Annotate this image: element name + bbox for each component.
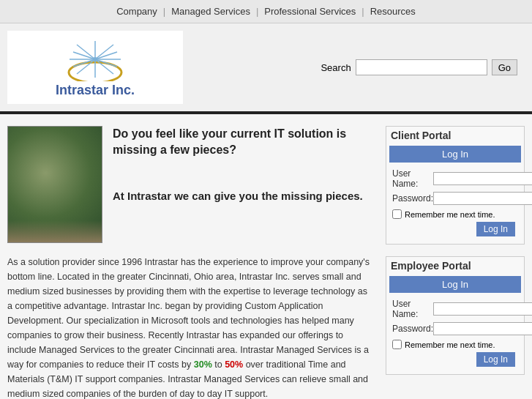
hero-text: Do you feel like your current IT solutio… bbox=[102, 126, 374, 204]
percent-green: 30% bbox=[194, 359, 212, 370]
employee-remember-checkbox[interactable] bbox=[392, 340, 402, 349]
client-username-input[interactable] bbox=[433, 172, 532, 185]
right-sidebar: Client Portal Log In UserName: Password:… bbox=[386, 126, 525, 399]
employee-submit-button[interactable]: Log In bbox=[476, 352, 515, 367]
employee-submit-area: Log In bbox=[392, 352, 518, 370]
search-input[interactable] bbox=[356, 59, 487, 75]
nav-separator-1: | bbox=[163, 6, 165, 17]
employee-remember-row: Remember me next time. bbox=[392, 340, 518, 349]
employee-password-label: Password: bbox=[392, 324, 433, 334]
top-navigation: Company | Managed Services | Professiona… bbox=[0, 0, 532, 23]
employee-portal-login-button[interactable]: Log In bbox=[389, 276, 521, 293]
search-button[interactable]: Go bbox=[492, 59, 517, 75]
site-header: Intrastar Inc. Search Go bbox=[0, 23, 532, 114]
client-username-label: UserName: bbox=[392, 168, 433, 189]
logo-area: Intrastar Inc. bbox=[7, 31, 183, 104]
nav-professional-services[interactable]: Professional Services bbox=[264, 6, 356, 17]
logo-text: Intrastar Inc. bbox=[56, 83, 135, 98]
client-remember-row: Remember me next time. bbox=[392, 209, 518, 219]
client-portal-form: UserName: Password: Remember me next tim… bbox=[386, 167, 524, 244]
main-content: Do you feel like your current IT solutio… bbox=[0, 114, 532, 399]
search-label: Search bbox=[321, 62, 351, 73]
client-submit-button[interactable]: Log In bbox=[476, 222, 515, 236]
hero-headline: Do you feel like your current IT solutio… bbox=[113, 126, 374, 159]
employee-portal-form: UserName: Password: Remember me next tim… bbox=[386, 297, 524, 374]
client-username-row: UserName: bbox=[392, 168, 518, 189]
nav-separator-2: | bbox=[256, 6, 258, 17]
client-password-row: Password: bbox=[392, 192, 518, 205]
client-password-input[interactable] bbox=[433, 192, 532, 205]
client-portal-login-button[interactable]: Log In bbox=[389, 146, 521, 163]
hero-section: Do you feel like your current IT solutio… bbox=[7, 126, 374, 243]
hero-image bbox=[7, 126, 102, 243]
client-remember-label: Remember me next time. bbox=[405, 210, 495, 219]
employee-username-input[interactable] bbox=[433, 302, 532, 316]
nav-separator-3: | bbox=[361, 6, 364, 17]
body-text-to: to bbox=[212, 359, 225, 370]
employee-portal: Employee Portal Log In UserName: Passwor… bbox=[386, 256, 525, 375]
client-remember-checkbox[interactable] bbox=[392, 209, 402, 219]
client-portal: Client Portal Log In UserName: Password:… bbox=[386, 126, 525, 245]
body-text-part1: As a solution provider since 1996 Intras… bbox=[7, 257, 370, 370]
employee-username-row: UserName: bbox=[392, 299, 518, 319]
body-paragraph: As a solution provider since 1996 Intras… bbox=[7, 255, 374, 399]
search-area: Search Go bbox=[321, 59, 517, 75]
svg-point-7 bbox=[93, 57, 97, 61]
hero-subheadline: At Intrastar we can give you the missing… bbox=[113, 188, 374, 204]
client-portal-title: Client Portal bbox=[386, 127, 524, 146]
nav-managed-services[interactable]: Managed Services bbox=[171, 6, 250, 17]
percent-red: 50% bbox=[225, 359, 243, 370]
employee-portal-title: Employee Portal bbox=[386, 257, 524, 276]
employee-password-row: Password: bbox=[392, 322, 518, 335]
logo-star-icon bbox=[66, 37, 124, 81]
employee-username-label: UserName: bbox=[392, 299, 433, 319]
nav-company[interactable]: Company bbox=[116, 6, 157, 17]
client-password-label: Password: bbox=[392, 193, 433, 204]
left-content: Do you feel like your current IT solutio… bbox=[7, 126, 386, 399]
employee-password-input[interactable] bbox=[433, 322, 532, 335]
nav-resources[interactable]: Resources bbox=[370, 6, 416, 17]
client-submit-area: Log In bbox=[392, 222, 518, 239]
employee-remember-label: Remember me next time. bbox=[405, 340, 495, 349]
